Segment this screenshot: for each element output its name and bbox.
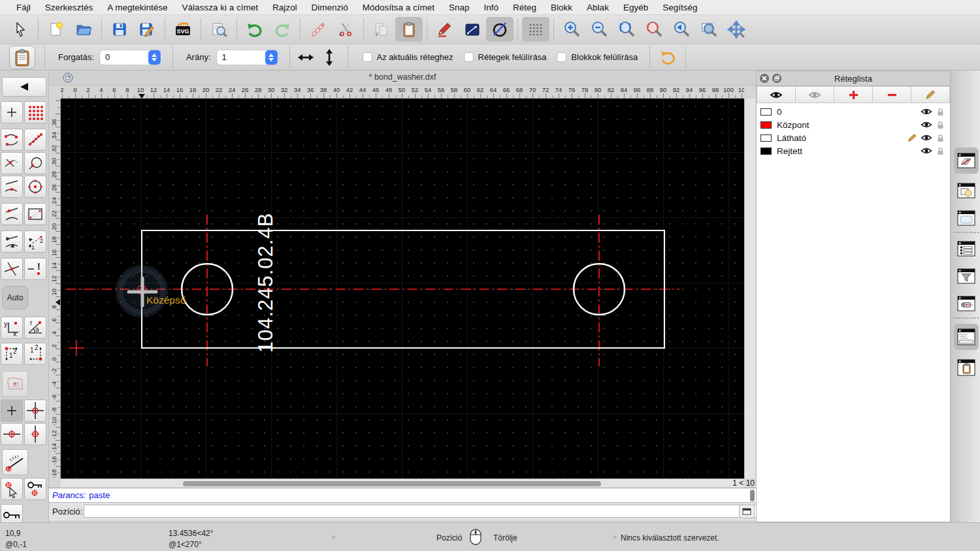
menu-info[interactable]: Infó	[477, 3, 506, 12]
checkbox-override-blocks[interactable]	[557, 52, 566, 62]
corner-first-second-button[interactable]: 12	[1, 343, 23, 365]
edit-layer-button[interactable]	[911, 86, 950, 103]
menu-select[interactable]: Válassza ki a címet	[175, 3, 265, 12]
dock-command-line-button[interactable]	[954, 324, 979, 350]
print-preview-button[interactable]	[205, 17, 233, 42]
snap-grid-button[interactable]	[24, 101, 46, 123]
snap-reference-button[interactable]	[24, 203, 46, 225]
menu-layer[interactable]: Réteg	[506, 3, 544, 12]
menu-modify[interactable]: Módosítsa a címet	[355, 3, 442, 12]
save-as-button[interactable]	[133, 17, 161, 42]
open-file-button[interactable]	[70, 17, 97, 42]
snap-nearest-button[interactable]	[1, 203, 23, 225]
command-window-button[interactable]	[739, 505, 755, 518]
zoom-out-button[interactable]	[585, 17, 613, 42]
snap-distance-button[interactable]: 12	[24, 230, 46, 253]
canvas-vertical-scrollbar[interactable]	[744, 99, 755, 479]
dock-entity-list-button[interactable]	[956, 239, 977, 259]
delete-button[interactable]	[304, 17, 332, 42]
command-line[interactable]: Parancs:paste	[49, 488, 756, 503]
restrict-horizontal-button[interactable]	[1, 423, 23, 445]
snap-auto-button[interactable]: Auto	[2, 286, 28, 309]
remove-layer-button[interactable]	[873, 86, 911, 103]
add-layer-button[interactable]	[834, 86, 873, 103]
dock-layer-list-button[interactable]	[954, 148, 979, 174]
save-button[interactable]	[106, 17, 133, 42]
snap-on-entity-button[interactable]	[24, 129, 46, 151]
snap-free-button[interactable]	[1, 101, 23, 123]
select-entity-shape-button[interactable]	[2, 371, 28, 397]
pick-coordinate-button[interactable]	[1, 478, 23, 500]
set-relative-zero-button[interactable]	[24, 400, 46, 422]
dock-library-browser-button[interactable]	[956, 208, 977, 228]
checkbox-current-layer[interactable]	[363, 52, 372, 62]
layer-row-0[interactable]: 0	[757, 105, 950, 118]
layer-lock-icon[interactable]	[936, 108, 945, 116]
relative-zero-current-button[interactable]	[1, 400, 23, 422]
snap-cross-button[interactable]	[1, 258, 23, 280]
copy-button[interactable]	[368, 17, 395, 42]
layer-panel-header[interactable]: Réteglista	[757, 71, 950, 86]
redo-button[interactable]	[269, 17, 296, 42]
menu-view[interactable]: A megtekintése	[100, 3, 174, 12]
zoom-auto-button[interactable]	[613, 17, 640, 42]
scale-spinner[interactable]: 1	[216, 50, 279, 65]
hide-all-layers-button[interactable]	[796, 86, 834, 103]
rotation-spinner[interactable]: 0	[99, 50, 162, 65]
select-tool-button[interactable]	[7, 17, 34, 42]
dock-block-list-button[interactable]	[956, 181, 977, 200]
flip-vertical-button[interactable]	[318, 45, 341, 70]
menu-snap[interactable]: Snap	[442, 3, 477, 12]
h-scrollbar-thumb[interactable]	[183, 481, 601, 486]
cut-button[interactable]	[332, 17, 359, 42]
rotation-stepper[interactable]	[148, 50, 161, 65]
coordinate-polar-button[interactable]: ra	[24, 317, 46, 339]
snap-middle-button[interactable]	[1, 176, 23, 198]
menu-block[interactable]: Blokk	[544, 3, 580, 12]
zoom-previous-button[interactable]	[668, 17, 695, 42]
checkbox-override-layers[interactable]	[464, 52, 474, 62]
line-tool-button[interactable]	[459, 17, 486, 42]
layer-visible-icon[interactable]	[921, 147, 932, 155]
layer-row-lathato[interactable]: Látható	[757, 131, 950, 144]
layer-lock-icon[interactable]	[936, 147, 945, 155]
circle-tool-button[interactable]	[486, 17, 514, 42]
snap-angle-button[interactable]	[2, 449, 28, 475]
svg-export-button[interactable]: SVG	[169, 17, 197, 42]
draw-pencil-button[interactable]	[431, 17, 459, 42]
coordinate-cartesian-button[interactable]: yx	[1, 317, 23, 339]
command-scrollbar-thumb[interactable]	[750, 490, 755, 501]
corner-second-first-button[interactable]: 12	[24, 343, 46, 365]
undo-button[interactable]	[241, 17, 269, 42]
paste-button[interactable]	[395, 17, 423, 42]
layer-visible-icon[interactable]	[921, 121, 932, 129]
drawing-title-bar[interactable]: * bond_washer.dxf	[49, 71, 756, 86]
menu-draw[interactable]: Rajzol	[265, 3, 304, 12]
part-number-text[interactable]: 104.245.02.4B	[254, 213, 277, 353]
paste-options-button[interactable]	[9, 46, 35, 69]
zoom-selection-button[interactable]	[640, 17, 668, 42]
layer-row-rejtett[interactable]: Rejtett	[757, 144, 950, 157]
zoom-in-button[interactable]	[558, 17, 585, 42]
show-all-layers-button[interactable]	[757, 86, 796, 103]
lock-relative-zero-button[interactable]	[24, 478, 46, 500]
menu-file[interactable]: Fájl	[9, 3, 38, 12]
position-input[interactable]	[84, 505, 784, 518]
layer-row-kozpont[interactable]: Központ	[757, 118, 950, 131]
back-button[interactable]	[2, 77, 46, 97]
layer-visible-icon[interactable]	[921, 108, 932, 116]
scale-stepper[interactable]	[265, 50, 278, 65]
menu-help[interactable]: Segítség	[655, 3, 704, 12]
canvas-horizontal-scrollbar[interactable]	[61, 479, 744, 488]
restrict-nothing-button[interactable]: !	[24, 258, 46, 280]
zoom-window-button[interactable]	[695, 17, 723, 42]
snap-endpoints-button[interactable]	[1, 129, 23, 151]
menu-other[interactable]: Egyéb	[616, 3, 655, 12]
layer-visible-icon[interactable]	[921, 134, 932, 142]
reset-toolbar-button[interactable]	[654, 45, 681, 70]
restrict-directions-button[interactable]	[1, 230, 23, 253]
snap-point-on-circle-button[interactable]	[24, 152, 46, 174]
pan-button[interactable]	[723, 17, 750, 42]
drawing-canvas[interactable]: 104.245.02.4B Középső	[61, 99, 744, 479]
dock-named-views-button[interactable]	[956, 294, 977, 313]
